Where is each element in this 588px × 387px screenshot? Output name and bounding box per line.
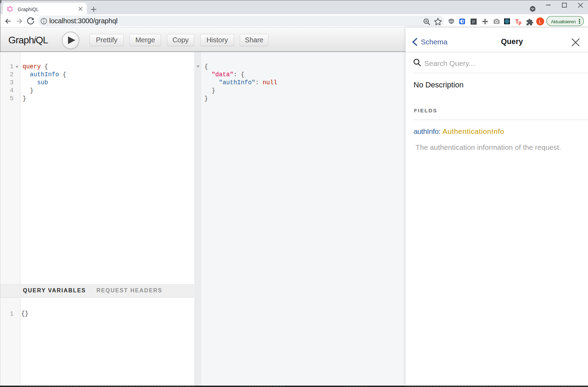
svg-text:P: P (472, 20, 475, 25)
svg-text:Aktualisieren: Aktualisieren (551, 19, 576, 24)
svg-text:L: L (539, 19, 542, 24)
svg-text:uO: uO (450, 20, 453, 23)
svg-text:p: p (519, 20, 522, 25)
